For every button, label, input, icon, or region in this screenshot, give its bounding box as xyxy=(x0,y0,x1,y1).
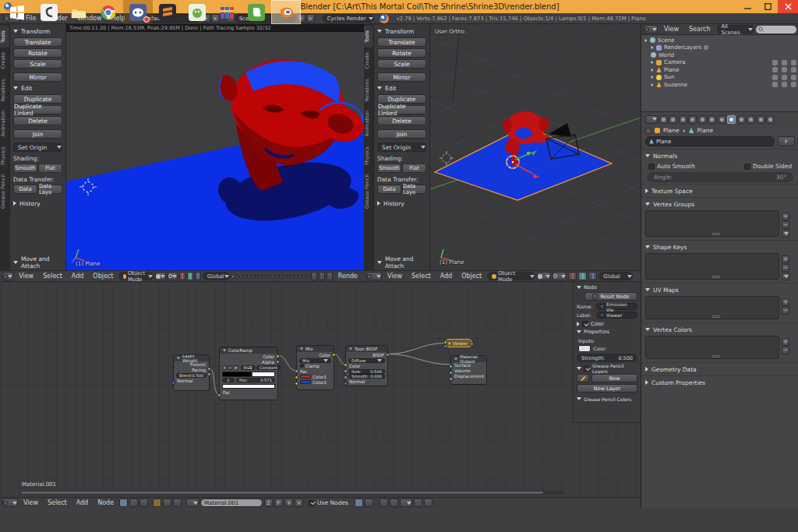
duplicate-linked-button[interactable]: Duplicate Linked xyxy=(377,105,426,115)
panel-grease-pencil-colors[interactable]: Grease Pencil Colors xyxy=(577,395,637,403)
panel-properties[interactable]: Properties xyxy=(577,328,637,336)
orientation-select[interactable]: Global xyxy=(203,272,230,280)
node-name-field[interactable]: Emission Vie xyxy=(596,303,637,310)
tab-relations[interactable]: Relations xyxy=(0,74,10,107)
tab-object-data[interactable] xyxy=(727,115,736,124)
tab-create[interactable]: Create xyxy=(0,48,10,74)
menu-view[interactable]: View xyxy=(660,24,683,34)
gp-pencil-icon[interactable] xyxy=(577,374,589,382)
material-browse-icon[interactable] xyxy=(186,499,199,507)
tab-tools[interactable]: Tools xyxy=(364,26,374,48)
taskbar-file-explorer[interactable] xyxy=(64,0,94,24)
material-unlink-button[interactable]: × xyxy=(295,499,303,507)
tab-animation[interactable]: Animation xyxy=(0,106,10,141)
material-icon[interactable] xyxy=(153,499,161,507)
set-origin-select[interactable]: Set Origin xyxy=(377,143,426,152)
gp-new-button[interactable]: New xyxy=(591,374,637,382)
panel-move-attach[interactable]: Move and Attach xyxy=(13,258,65,267)
blend-slider[interactable]: Blend:0.500 xyxy=(176,373,207,378)
vertex-colors-list[interactable]: + − xyxy=(645,336,779,359)
stop-index-field[interactable]: 1 xyxy=(222,378,235,382)
close-button[interactable] xyxy=(778,0,798,13)
tab-render-layers[interactable] xyxy=(669,115,677,124)
use-nodes-checkbox[interactable] xyxy=(309,500,315,506)
tab-object[interactable] xyxy=(698,115,707,124)
pivot-point-icon[interactable] xyxy=(168,272,178,280)
parent-tree-icon[interactable] xyxy=(365,499,373,507)
layers-widget-2[interactable] xyxy=(271,275,309,278)
panel-vertex-groups[interactable]: Vertex Groups xyxy=(645,199,795,209)
mirror-button[interactable]: Mirror xyxy=(13,72,62,82)
translate-button[interactable]: Translate xyxy=(13,37,62,47)
menu-select[interactable]: Select xyxy=(39,271,66,281)
menu-node[interactable]: Node xyxy=(94,498,118,508)
tab-relations[interactable]: Relations xyxy=(364,74,374,107)
data-button[interactable]: Data xyxy=(377,185,401,194)
color-ramp-gradient[interactable] xyxy=(222,372,275,377)
panel-move-attach[interactable]: Move and Attach xyxy=(377,258,429,267)
panel-history[interactable]: History xyxy=(13,199,62,208)
manipulator-scale-icon[interactable] xyxy=(588,272,597,280)
remove-vertex-group-button[interactable]: − xyxy=(782,221,789,229)
mesh-name-field[interactable]: Plane xyxy=(645,136,775,146)
viewport-rendered[interactable]: (1) Plane xyxy=(66,32,364,270)
gp-layers-checkbox[interactable] xyxy=(584,365,590,372)
shading-mode-icon[interactable] xyxy=(155,272,166,280)
strength-slider[interactable]: Strength:0.500 xyxy=(577,354,637,362)
taskbar-blender[interactable] xyxy=(271,0,301,24)
flat-button[interactable]: Flat xyxy=(38,164,62,173)
tab-tools[interactable]: Tools xyxy=(0,26,10,48)
panel-geometry-data[interactable]: Geometry Data xyxy=(645,365,795,374)
editor-type-icon[interactable] xyxy=(645,115,658,124)
outliner-search-input[interactable] xyxy=(756,26,796,33)
layers-widget[interactable] xyxy=(231,275,270,278)
render-label[interactable]: Rende xyxy=(334,271,362,281)
outliner-item-camera[interactable]: Camera xyxy=(641,59,798,67)
visibility-toggles[interactable] xyxy=(772,67,796,72)
add-uv-map-button[interactable]: + xyxy=(782,298,789,306)
smooth-button[interactable]: Smooth xyxy=(377,164,401,173)
translate-button[interactable]: Translate xyxy=(377,37,426,47)
taskbar-sublime-text[interactable] xyxy=(153,0,182,24)
panel-shape-keys[interactable]: Shape Keys xyxy=(645,242,795,252)
outliner-item-suzanne[interactable]: Suzanne xyxy=(641,81,798,89)
set-origin-select[interactable]: Set Origin xyxy=(13,143,62,152)
tab-physics[interactable] xyxy=(766,115,775,124)
horizontal-scrollbar[interactable] xyxy=(19,491,565,495)
shading-mode-icon[interactable] xyxy=(537,272,551,280)
taskbar-green-app[interactable] xyxy=(182,0,212,24)
panel-node[interactable]: Node xyxy=(577,284,637,291)
snap-mode-icon[interactable] xyxy=(390,499,398,507)
data-layout-button[interactable]: Data Layo xyxy=(38,185,62,194)
tab-grease-pencil[interactable]: Grease Pencil xyxy=(364,170,374,213)
stop-position-field[interactable]: Pos:0.571 xyxy=(236,378,275,382)
render-border-icon[interactable] xyxy=(414,499,422,507)
tab-constraints[interactable] xyxy=(708,115,716,124)
scale-button[interactable]: Scale xyxy=(13,59,62,69)
tab-modifiers[interactable] xyxy=(718,115,726,124)
pivot-point-icon[interactable] xyxy=(553,272,567,280)
orientation-select[interactable]: Global xyxy=(598,272,633,280)
node-material-output[interactable]: Material Output Surface Volume Displacem… xyxy=(450,355,487,385)
render-engine-select[interactable]: Cycles Render xyxy=(323,14,374,23)
panel-transform[interactable]: Transform xyxy=(377,26,426,36)
texture-nodes-icon[interactable] xyxy=(139,499,148,507)
scene-delete-button[interactable]: × xyxy=(306,14,315,23)
editor-type-icon[interactable] xyxy=(366,272,382,280)
tab-material[interactable] xyxy=(737,115,746,124)
reset-node-button[interactable]: Reset Node xyxy=(584,292,637,301)
snap-icon[interactable] xyxy=(380,499,388,507)
smooth-button[interactable]: Smooth xyxy=(13,164,37,173)
duplicate-linked-button[interactable]: Duplicate Linked xyxy=(13,105,62,115)
node-layer-weight[interactable]: Layer Weight Fresnel Facing Blend:0.500 … xyxy=(173,354,210,391)
vertex-group-specials-button[interactable] xyxy=(782,230,789,238)
render-opengl-icon[interactable] xyxy=(327,272,333,280)
delete-button[interactable]: Delete xyxy=(13,116,62,125)
visibility-toggles[interactable] xyxy=(772,60,796,65)
color-checkbox[interactable] xyxy=(582,321,588,327)
compositing-nodes-icon[interactable] xyxy=(129,499,138,507)
rotate-button[interactable]: Rotate xyxy=(13,48,62,58)
menu-object[interactable]: Object xyxy=(457,271,486,281)
tab-animation[interactable]: Animation xyxy=(364,106,374,141)
panel-history[interactable]: History xyxy=(377,199,426,208)
